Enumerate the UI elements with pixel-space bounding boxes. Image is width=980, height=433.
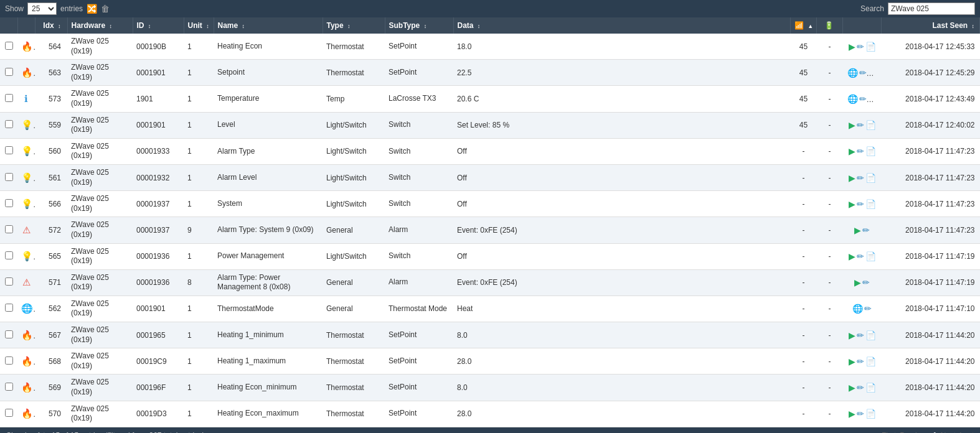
edit-icon[interactable]: ✏: [857, 356, 864, 366]
row-check[interactable]: [0, 243, 17, 269]
col-lastseen-header[interactable]: Last Seen ↕: [882, 17, 980, 34]
doc-icon[interactable]: 📄: [865, 146, 876, 156]
row-type: Thermostat: [323, 375, 385, 401]
globe-icon[interactable]: 🌐: [847, 68, 858, 78]
col-id-header[interactable]: ID ↕: [133, 17, 184, 34]
edit-icon[interactable]: ✏: [859, 68, 867, 78]
row-signal: 45: [791, 60, 817, 86]
row-actions: ▶✏📄: [843, 401, 882, 427]
row-idx: 570: [35, 401, 67, 427]
row-signal: 45: [791, 112, 817, 138]
row-idx: 569: [35, 375, 67, 401]
entries-select[interactable]: 10 25 50 100: [27, 2, 57, 15]
edit-icon[interactable]: ✏: [857, 146, 864, 156]
doc-icon[interactable]: 📄: [865, 356, 876, 366]
row-check[interactable]: [0, 401, 17, 427]
play-icon[interactable]: ▶: [854, 277, 861, 287]
delete-icon[interactable]: 🗑: [101, 4, 110, 14]
col-subtype-header[interactable]: SubType ↕: [385, 17, 453, 34]
edit-icon[interactable]: ✏: [862, 225, 870, 235]
filter-icon[interactable]: 🔀: [87, 4, 97, 14]
globe-icon[interactable]: 🌐: [852, 304, 863, 314]
play-icon[interactable]: ▶: [849, 173, 855, 183]
row-check[interactable]: [0, 164, 17, 190]
doc-icon[interactable]: 📄: [865, 173, 876, 183]
row-check[interactable]: [0, 138, 17, 164]
row-check[interactable]: [0, 191, 17, 217]
edit-icon[interactable]: ✏: [857, 42, 864, 52]
col-unit-header[interactable]: Unit ↕: [184, 17, 214, 34]
search-input[interactable]: [888, 2, 975, 15]
row-signal: -: [791, 243, 817, 269]
row-unit: 1: [184, 296, 214, 322]
col-type-header[interactable]: Type ↕: [323, 17, 385, 34]
row-check[interactable]: [0, 112, 17, 138]
top-bar: Show 10 25 50 100 entries 🔀 🗑 Search: [0, 0, 980, 17]
row-check[interactable]: [0, 296, 17, 322]
row-actions: 🌐✏: [843, 296, 882, 322]
col-signal-header[interactable]: 📶 ▲: [791, 17, 817, 34]
row-check[interactable]: [0, 322, 17, 348]
row-check[interactable]: [0, 375, 17, 401]
row-idx: 563: [35, 60, 67, 86]
edit-icon[interactable]: ✏: [857, 383, 864, 393]
row-data: Off: [453, 164, 791, 190]
row-check[interactable]: [0, 60, 17, 86]
row-subtype: Switch: [385, 112, 453, 138]
edit-icon[interactable]: ✏: [859, 94, 867, 104]
row-name: Heating 1_maximum: [214, 348, 323, 375]
row-check[interactable]: [0, 86, 17, 112]
play-icon[interactable]: ▶: [849, 330, 855, 340]
edit-icon[interactable]: ✏: [857, 330, 864, 340]
edit-icon[interactable]: ✏: [857, 199, 864, 209]
row-actions: ▶✏📄: [843, 112, 882, 138]
col-data-header[interactable]: Data ↕: [453, 17, 791, 34]
row-lastseen: 2018-04-17 11:47:23: [882, 164, 980, 190]
col-idx-header[interactable]: Idx ↕: [35, 17, 67, 34]
play-icon[interactable]: ▶: [849, 251, 855, 261]
doc-icon[interactable]: 📄: [865, 330, 876, 340]
edit-icon[interactable]: ✏: [857, 173, 864, 183]
edit-icon[interactable]: ✏: [862, 277, 870, 287]
row-check[interactable]: [0, 348, 17, 375]
row-hardware: ZWave 025 (0x19): [67, 322, 133, 348]
doc-icon[interactable]: 📄: [865, 251, 876, 261]
show-label: Show: [5, 4, 24, 13]
row-subtype: Switch: [385, 243, 453, 269]
edit-icon[interactable]: ✏: [864, 304, 872, 314]
row-unit: 1: [184, 138, 214, 164]
doc-icon[interactable]: 📄: [865, 409, 876, 419]
edit-icon[interactable]: ✏: [857, 120, 864, 130]
globe-icon[interactable]: 🌐: [847, 94, 858, 104]
row-name: Alarm Level: [214, 164, 323, 190]
row-icon: 💡: [17, 138, 35, 164]
play-icon[interactable]: ▶: [849, 383, 855, 393]
col-hardware-header[interactable]: Hardware ↕: [67, 17, 133, 34]
edit-icon[interactable]: ✏: [857, 251, 864, 261]
row-unit: 8: [184, 269, 214, 296]
play-icon[interactable]: ▶: [854, 225, 861, 235]
row-check[interactable]: [0, 269, 17, 296]
col-battery-header[interactable]: 🔋: [817, 17, 843, 34]
row-signal: -: [791, 348, 817, 375]
row-name: Alarm Type: Power Management 8 (0x08): [214, 269, 323, 296]
play-icon[interactable]: ▶: [849, 409, 855, 419]
play-icon[interactable]: ▶: [849, 42, 855, 52]
row-signal: -: [791, 164, 817, 190]
play-icon[interactable]: ▶: [849, 356, 855, 366]
doc-icon[interactable]: 📄: [865, 199, 876, 209]
row-idx: 566: [35, 191, 67, 217]
play-icon[interactable]: ▶: [849, 146, 855, 156]
edit-icon[interactable]: ✏: [857, 409, 864, 419]
col-name-header[interactable]: Name ↕: [214, 17, 323, 34]
play-icon[interactable]: ▶: [849, 120, 855, 130]
doc-icon[interactable]: 📄: [865, 120, 876, 130]
row-check[interactable]: [0, 217, 17, 243]
doc-icon[interactable]: 📄: [865, 42, 876, 52]
row-signal: -: [791, 322, 817, 348]
row-check[interactable]: [0, 34, 17, 60]
play-icon[interactable]: ▶: [849, 199, 855, 209]
row-unit: 1: [184, 164, 214, 190]
row-type: Light/Switch: [323, 112, 385, 138]
doc-icon[interactable]: 📄: [865, 383, 876, 393]
